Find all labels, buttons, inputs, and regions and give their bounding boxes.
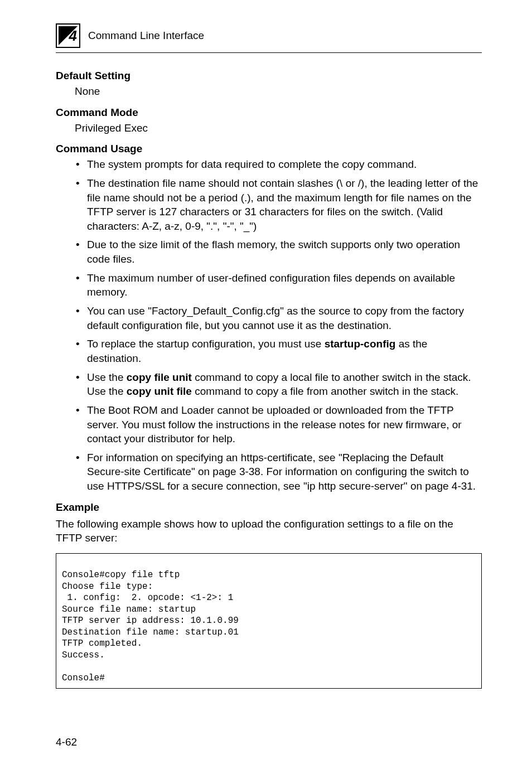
code-line: Choose file type:	[62, 582, 153, 592]
chapter-badge: 4	[56, 23, 80, 48]
code-line: TFTP completed.	[62, 638, 142, 649]
usage-bullet: To replace the startup configuration, yo…	[75, 337, 482, 365]
code-line: Destination file name: startup.01	[62, 627, 239, 637]
page: 4 Command Line Interface Default Setting…	[0, 0, 532, 774]
code-line: 1. config: 2. opcode: <1-2>: 1	[62, 593, 233, 603]
heading-command-usage: Command Usage	[56, 143, 482, 155]
code-line: Success.	[62, 650, 105, 660]
usage-bullet: Use the copy file unit command to copy a…	[75, 370, 482, 399]
header-rule	[56, 52, 482, 53]
usage-bullet: The system prompts for data required to …	[75, 157, 482, 172]
usage-bullet: You can use "Factory_Default_Config.cfg"…	[75, 304, 482, 332]
code-line: TFTP server ip address: 10.1.0.99	[62, 616, 239, 626]
usage-bullet: Due to the size limit of the flash memor…	[75, 238, 482, 266]
default-setting-body: None	[56, 84, 482, 99]
usage-bullet: The maximum number of user-defined confi…	[75, 271, 482, 299]
heading-command-mode: Command Mode	[56, 107, 482, 119]
command-usage-list: The system prompts for data required to …	[56, 157, 482, 493]
code-line: Console#	[62, 673, 105, 683]
heading-default-setting: Default Setting	[56, 70, 482, 82]
command-mode-body: Privileged Exec	[56, 121, 482, 136]
code-line: Console#copy file tftp	[62, 570, 180, 580]
usage-bullet: For information on specifying an https-c…	[75, 451, 482, 494]
usage-bullet: The destination file name should not con…	[75, 176, 482, 234]
example-code-box: Console#copy file tftp Choose file type:…	[56, 553, 482, 689]
usage-bullet: The Boot ROM and Loader cannot be upload…	[75, 403, 482, 446]
page-number: 4-62	[56, 736, 77, 748]
page-header: 4 Command Line Interface	[56, 23, 482, 48]
chapter-number: 4	[69, 27, 77, 45]
code-line: Source file name: startup	[62, 604, 196, 615]
example-intro: The following example shows how to uploa…	[56, 517, 482, 545]
header-title: Command Line Interface	[88, 30, 204, 42]
heading-example: Example	[56, 501, 482, 514]
